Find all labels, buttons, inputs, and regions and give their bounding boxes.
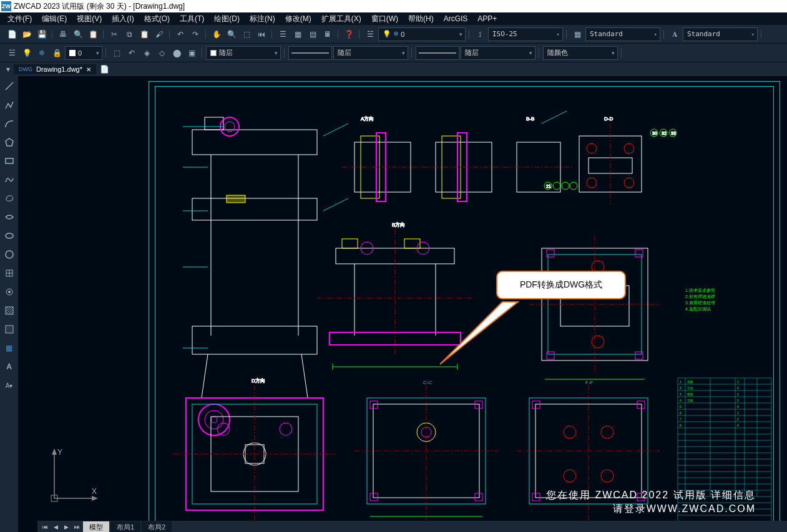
open-file-icon[interactable]: 📂 — [20, 27, 34, 41]
menu-arcgis[interactable]: ArcGIS — [439, 13, 473, 24]
publish-icon[interactable]: 📋 — [86, 27, 100, 41]
color-dropdown[interactable]: 随层 — [206, 46, 281, 60]
table-tool-icon[interactable]: ▦ — [2, 341, 17, 355]
copy-icon[interactable]: ⧉ — [122, 27, 136, 41]
menu-insert[interactable]: 插入(I) — [107, 12, 139, 26]
menu-draw[interactable]: 绘图(D) — [209, 12, 245, 26]
calc-icon[interactable]: 🖩 — [321, 27, 335, 41]
new-file-icon[interactable]: 📄 — [5, 27, 19, 41]
svg-point-67 — [553, 182, 560, 190]
svg-rect-115 — [475, 401, 482, 409]
tablist-dropdown-icon[interactable]: ▾ — [2, 62, 14, 76]
callout-text: PDF转换成DWG格式 — [520, 279, 602, 291]
redo-icon[interactable]: ↷ — [188, 27, 202, 41]
tab-first-icon[interactable]: ⏮ — [40, 522, 50, 532]
svg-text:4: 4 — [737, 405, 739, 409]
tab-model[interactable]: 模型 — [83, 521, 109, 533]
menu-help[interactable]: 帮助(H) — [403, 12, 439, 26]
svg-text:30: 30 — [652, 131, 657, 135]
svg-point-53 — [624, 143, 634, 153]
linetype-dropdown[interactable]: 随层 — [333, 46, 408, 60]
menu-dimension[interactable]: 标注(N) — [245, 12, 280, 26]
new-tab-button[interactable]: 📄 — [99, 64, 111, 75]
block-tool-icon[interactable] — [2, 266, 17, 281]
revcloud-tool-icon[interactable] — [2, 191, 17, 206]
svg-text:A方向: A方向 — [361, 116, 374, 122]
pan-icon[interactable]: ✋ — [210, 27, 223, 41]
layer-lock-icon[interactable]: 🔒 — [50, 46, 64, 60]
dimstyle-icon[interactable]: ⟟ — [473, 27, 487, 41]
layer-prop-icon[interactable]: ☱ — [5, 46, 19, 60]
menu-view[interactable]: 视图(V) — [72, 12, 107, 26]
tablestyle-dropdown[interactable]: Standard — [585, 27, 660, 41]
point-tool-icon[interactable] — [2, 284, 17, 299]
layer-iso-icon[interactable]: ◈ — [140, 46, 154, 60]
tab-layout2[interactable]: 布局2 — [142, 521, 172, 533]
polyline-tool-icon[interactable] — [2, 97, 17, 112]
designcenter-icon[interactable]: ▦ — [291, 27, 305, 41]
polygon-tool-icon[interactable] — [2, 135, 17, 150]
zoom-realtime-icon[interactable]: 🔍 — [225, 27, 238, 41]
tab-last-icon[interactable]: ⏭ — [72, 522, 82, 532]
print-icon[interactable]: 🖶 — [56, 27, 70, 41]
svg-point-5 — [6, 233, 13, 238]
print-preview-icon[interactable]: 🔍 — [71, 27, 85, 41]
save-icon[interactable]: 💾 — [35, 27, 49, 41]
rectangle-tool-icon[interactable] — [2, 153, 17, 168]
undo-icon[interactable]: ↶ — [174, 27, 187, 41]
mtext-tool-icon[interactable]: A▾ — [2, 378, 17, 393]
circle-tool-icon[interactable] — [2, 247, 17, 262]
drawing-canvas[interactable]: A方向 B-B — [19, 76, 787, 532]
menu-file[interactable]: 文件(F) — [2, 12, 37, 26]
lineweight-dropdown[interactable]: 随层 — [461, 46, 535, 60]
text-tool-icon[interactable]: A — [2, 359, 17, 374]
menu-window[interactable]: 窗口(W) — [366, 12, 403, 26]
layer-off-icon[interactable]: ⬤ — [170, 46, 183, 60]
ellipse-tool-icon[interactable] — [2, 228, 17, 243]
matchprop-icon[interactable]: 🖌 — [152, 27, 166, 41]
menu-bar: 文件(F) 编辑(E) 视图(V) 插入(I) 格式(O) 工具(T) 绘图(D… — [0, 12, 787, 25]
file-tab-active[interactable]: DWG Drawing1.dwg* ✕ — [14, 64, 96, 74]
layer-walk-icon[interactable]: ▣ — [185, 46, 198, 60]
line-tool-icon[interactable] — [2, 79, 17, 94]
zoom-window-icon[interactable]: ⬚ — [240, 27, 253, 41]
xline-tool-icon[interactable] — [2, 210, 17, 225]
menu-app[interactable]: APP+ — [472, 13, 502, 24]
linetype-preview — [288, 46, 332, 60]
layer-quick-dropdown[interactable]: 0 — [65, 46, 102, 60]
tab-layout1[interactable]: 布局1 — [110, 521, 140, 533]
svg-text:8: 8 — [680, 423, 682, 427]
properties-icon[interactable]: ☰ — [276, 27, 290, 41]
layer-prev-icon[interactable]: ↶ — [125, 46, 139, 60]
tablestyle-icon[interactable]: ▦ — [570, 27, 584, 41]
close-tab-icon[interactable]: ✕ — [86, 66, 91, 73]
zoom-prev-icon[interactable]: ⏮ — [255, 27, 268, 41]
paste-icon[interactable]: 📋 — [137, 27, 151, 41]
layer-uniso-icon[interactable]: ◇ — [155, 46, 169, 60]
dimstyle-dropdown[interactable]: ISO-25 — [488, 27, 563, 41]
toolpalettes-icon[interactable]: ▤ — [306, 27, 320, 41]
plotstyle-dropdown[interactable]: 随颜色 — [543, 46, 618, 60]
region-tool-icon[interactable] — [2, 322, 17, 337]
tab-next-icon[interactable]: ▶ — [61, 522, 71, 532]
menu-tools[interactable]: 工具(T) — [175, 12, 209, 26]
layer-on-icon[interactable]: 💡 — [20, 46, 34, 60]
help-icon[interactable]: ❓ — [342, 27, 356, 41]
hatch-tool-icon[interactable] — [2, 303, 17, 318]
menu-extension[interactable]: 扩展工具(X) — [316, 12, 366, 26]
tab-prev-icon[interactable]: ◀ — [51, 522, 61, 532]
menu-modify[interactable]: 修改(M) — [280, 12, 316, 26]
textstyle-icon[interactable]: 𝐀 — [668, 27, 682, 41]
layer-state-icon[interactable]: ⬚ — [110, 46, 124, 60]
menu-edit[interactable]: 编辑(E) — [37, 12, 72, 26]
arc-tool-icon[interactable] — [2, 116, 17, 131]
svg-rect-117 — [475, 493, 482, 501]
spline-tool-icon[interactable] — [2, 172, 17, 187]
cut-icon[interactable]: ✂ — [107, 27, 121, 41]
layer-dropdown[interactable]: 💡 ❄ 0 — [378, 27, 466, 41]
layer-freeze-icon[interactable]: ❄ — [35, 46, 49, 60]
textstyle-dropdown[interactable]: Standard — [683, 27, 758, 41]
svg-line-14 — [6, 307, 11, 312]
menu-format[interactable]: 格式(O) — [139, 12, 175, 26]
layer-manager-icon[interactable]: ☱ — [363, 27, 377, 41]
